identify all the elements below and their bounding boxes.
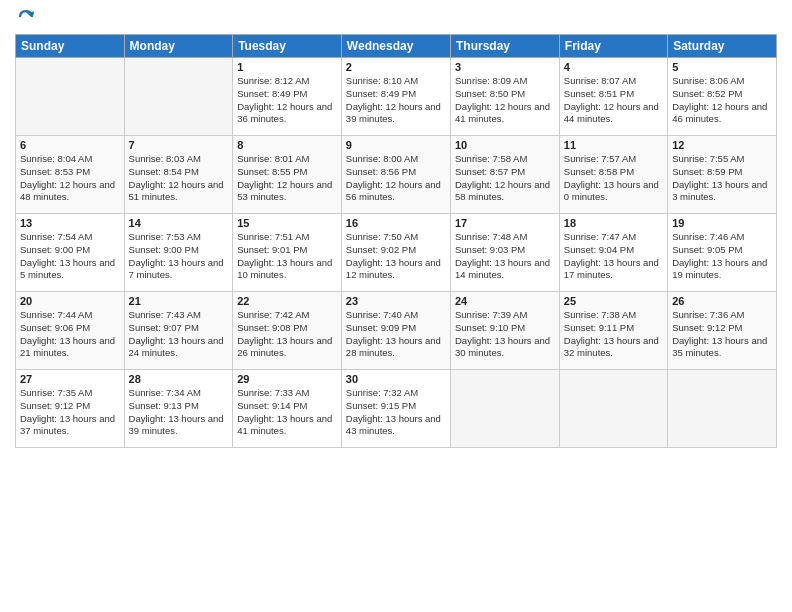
calendar-cell: 30Sunrise: 7:32 AM Sunset: 9:15 PM Dayli… xyxy=(341,370,450,448)
day-number: 27 xyxy=(20,373,120,385)
header xyxy=(15,10,777,26)
day-number: 23 xyxy=(346,295,446,307)
day-number: 30 xyxy=(346,373,446,385)
calendar-week-2: 6Sunrise: 8:04 AM Sunset: 8:53 PM Daylig… xyxy=(16,136,777,214)
day-number: 19 xyxy=(672,217,772,229)
day-number: 13 xyxy=(20,217,120,229)
calendar-cell: 2Sunrise: 8:10 AM Sunset: 8:49 PM Daylig… xyxy=(341,58,450,136)
calendar-week-4: 20Sunrise: 7:44 AM Sunset: 9:06 PM Dayli… xyxy=(16,292,777,370)
calendar-header-friday: Friday xyxy=(559,35,667,58)
day-info: Sunrise: 7:51 AM Sunset: 9:01 PM Dayligh… xyxy=(237,231,337,282)
calendar-header-sunday: Sunday xyxy=(16,35,125,58)
day-number: 12 xyxy=(672,139,772,151)
calendar-cell: 14Sunrise: 7:53 AM Sunset: 9:00 PM Dayli… xyxy=(124,214,233,292)
calendar-cell: 10Sunrise: 7:58 AM Sunset: 8:57 PM Dayli… xyxy=(451,136,560,214)
day-number: 21 xyxy=(129,295,229,307)
day-number: 5 xyxy=(672,61,772,73)
day-info: Sunrise: 7:46 AM Sunset: 9:05 PM Dayligh… xyxy=(672,231,772,282)
calendar-cell: 29Sunrise: 7:33 AM Sunset: 9:14 PM Dayli… xyxy=(233,370,342,448)
day-info: Sunrise: 8:03 AM Sunset: 8:54 PM Dayligh… xyxy=(129,153,229,204)
calendar-cell: 7Sunrise: 8:03 AM Sunset: 8:54 PM Daylig… xyxy=(124,136,233,214)
calendar-cell: 1Sunrise: 8:12 AM Sunset: 8:49 PM Daylig… xyxy=(233,58,342,136)
day-number: 6 xyxy=(20,139,120,151)
day-info: Sunrise: 7:50 AM Sunset: 9:02 PM Dayligh… xyxy=(346,231,446,282)
calendar-cell: 20Sunrise: 7:44 AM Sunset: 9:06 PM Dayli… xyxy=(16,292,125,370)
day-number: 2 xyxy=(346,61,446,73)
calendar-cell: 25Sunrise: 7:38 AM Sunset: 9:11 PM Dayli… xyxy=(559,292,667,370)
calendar-cell: 3Sunrise: 8:09 AM Sunset: 8:50 PM Daylig… xyxy=(451,58,560,136)
calendar-week-1: 1Sunrise: 8:12 AM Sunset: 8:49 PM Daylig… xyxy=(16,58,777,136)
day-info: Sunrise: 7:39 AM Sunset: 9:10 PM Dayligh… xyxy=(455,309,555,360)
day-number: 3 xyxy=(455,61,555,73)
day-number: 24 xyxy=(455,295,555,307)
calendar-cell: 8Sunrise: 8:01 AM Sunset: 8:55 PM Daylig… xyxy=(233,136,342,214)
calendar-header-row: SundayMondayTuesdayWednesdayThursdayFrid… xyxy=(16,35,777,58)
day-number: 15 xyxy=(237,217,337,229)
day-number: 29 xyxy=(237,373,337,385)
calendar-table: SundayMondayTuesdayWednesdayThursdayFrid… xyxy=(15,34,777,448)
calendar-cell: 24Sunrise: 7:39 AM Sunset: 9:10 PM Dayli… xyxy=(451,292,560,370)
day-info: Sunrise: 8:10 AM Sunset: 8:49 PM Dayligh… xyxy=(346,75,446,126)
calendar-cell: 28Sunrise: 7:34 AM Sunset: 9:13 PM Dayli… xyxy=(124,370,233,448)
day-number: 16 xyxy=(346,217,446,229)
day-number: 1 xyxy=(237,61,337,73)
calendar-cell xyxy=(668,370,777,448)
day-info: Sunrise: 7:34 AM Sunset: 9:13 PM Dayligh… xyxy=(129,387,229,438)
day-info: Sunrise: 7:36 AM Sunset: 9:12 PM Dayligh… xyxy=(672,309,772,360)
day-info: Sunrise: 7:48 AM Sunset: 9:03 PM Dayligh… xyxy=(455,231,555,282)
calendar-cell: 4Sunrise: 8:07 AM Sunset: 8:51 PM Daylig… xyxy=(559,58,667,136)
day-info: Sunrise: 7:32 AM Sunset: 9:15 PM Dayligh… xyxy=(346,387,446,438)
day-number: 7 xyxy=(129,139,229,151)
calendar-cell xyxy=(559,370,667,448)
day-info: Sunrise: 7:38 AM Sunset: 9:11 PM Dayligh… xyxy=(564,309,663,360)
day-info: Sunrise: 7:57 AM Sunset: 8:58 PM Dayligh… xyxy=(564,153,663,204)
calendar-week-5: 27Sunrise: 7:35 AM Sunset: 9:12 PM Dayli… xyxy=(16,370,777,448)
calendar-cell: 6Sunrise: 8:04 AM Sunset: 8:53 PM Daylig… xyxy=(16,136,125,214)
calendar-cell: 26Sunrise: 7:36 AM Sunset: 9:12 PM Dayli… xyxy=(668,292,777,370)
calendar-cell: 11Sunrise: 7:57 AM Sunset: 8:58 PM Dayli… xyxy=(559,136,667,214)
calendar-cell: 17Sunrise: 7:48 AM Sunset: 9:03 PM Dayli… xyxy=(451,214,560,292)
calendar-cell: 18Sunrise: 7:47 AM Sunset: 9:04 PM Dayli… xyxy=(559,214,667,292)
calendar-cell: 16Sunrise: 7:50 AM Sunset: 9:02 PM Dayli… xyxy=(341,214,450,292)
day-info: Sunrise: 8:07 AM Sunset: 8:51 PM Dayligh… xyxy=(564,75,663,126)
day-info: Sunrise: 7:35 AM Sunset: 9:12 PM Dayligh… xyxy=(20,387,120,438)
day-info: Sunrise: 7:47 AM Sunset: 9:04 PM Dayligh… xyxy=(564,231,663,282)
calendar-header-thursday: Thursday xyxy=(451,35,560,58)
day-info: Sunrise: 7:42 AM Sunset: 9:08 PM Dayligh… xyxy=(237,309,337,360)
calendar-cell: 27Sunrise: 7:35 AM Sunset: 9:12 PM Dayli… xyxy=(16,370,125,448)
day-info: Sunrise: 7:40 AM Sunset: 9:09 PM Dayligh… xyxy=(346,309,446,360)
day-info: Sunrise: 7:43 AM Sunset: 9:07 PM Dayligh… xyxy=(129,309,229,360)
calendar-week-3: 13Sunrise: 7:54 AM Sunset: 9:00 PM Dayli… xyxy=(16,214,777,292)
day-info: Sunrise: 8:12 AM Sunset: 8:49 PM Dayligh… xyxy=(237,75,337,126)
day-info: Sunrise: 8:09 AM Sunset: 8:50 PM Dayligh… xyxy=(455,75,555,126)
day-info: Sunrise: 8:01 AM Sunset: 8:55 PM Dayligh… xyxy=(237,153,337,204)
day-number: 18 xyxy=(564,217,663,229)
calendar-cell: 13Sunrise: 7:54 AM Sunset: 9:00 PM Dayli… xyxy=(16,214,125,292)
calendar-header-wednesday: Wednesday xyxy=(341,35,450,58)
page: SundayMondayTuesdayWednesdayThursdayFrid… xyxy=(0,0,792,612)
day-info: Sunrise: 7:53 AM Sunset: 9:00 PM Dayligh… xyxy=(129,231,229,282)
day-number: 8 xyxy=(237,139,337,151)
day-info: Sunrise: 8:06 AM Sunset: 8:52 PM Dayligh… xyxy=(672,75,772,126)
calendar-header-monday: Monday xyxy=(124,35,233,58)
day-info: Sunrise: 7:58 AM Sunset: 8:57 PM Dayligh… xyxy=(455,153,555,204)
calendar-cell xyxy=(451,370,560,448)
day-info: Sunrise: 7:54 AM Sunset: 9:00 PM Dayligh… xyxy=(20,231,120,282)
calendar-cell: 12Sunrise: 7:55 AM Sunset: 8:59 PM Dayli… xyxy=(668,136,777,214)
day-info: Sunrise: 7:44 AM Sunset: 9:06 PM Dayligh… xyxy=(20,309,120,360)
day-number: 11 xyxy=(564,139,663,151)
calendar-cell xyxy=(16,58,125,136)
day-number: 14 xyxy=(129,217,229,229)
day-info: Sunrise: 7:33 AM Sunset: 9:14 PM Dayligh… xyxy=(237,387,337,438)
calendar-cell: 19Sunrise: 7:46 AM Sunset: 9:05 PM Dayli… xyxy=(668,214,777,292)
calendar-cell: 21Sunrise: 7:43 AM Sunset: 9:07 PM Dayli… xyxy=(124,292,233,370)
calendar-cell: 22Sunrise: 7:42 AM Sunset: 9:08 PM Dayli… xyxy=(233,292,342,370)
day-info: Sunrise: 8:04 AM Sunset: 8:53 PM Dayligh… xyxy=(20,153,120,204)
calendar-header-tuesday: Tuesday xyxy=(233,35,342,58)
calendar-cell: 9Sunrise: 8:00 AM Sunset: 8:56 PM Daylig… xyxy=(341,136,450,214)
day-number: 22 xyxy=(237,295,337,307)
day-number: 10 xyxy=(455,139,555,151)
day-number: 9 xyxy=(346,139,446,151)
day-number: 4 xyxy=(564,61,663,73)
day-number: 25 xyxy=(564,295,663,307)
